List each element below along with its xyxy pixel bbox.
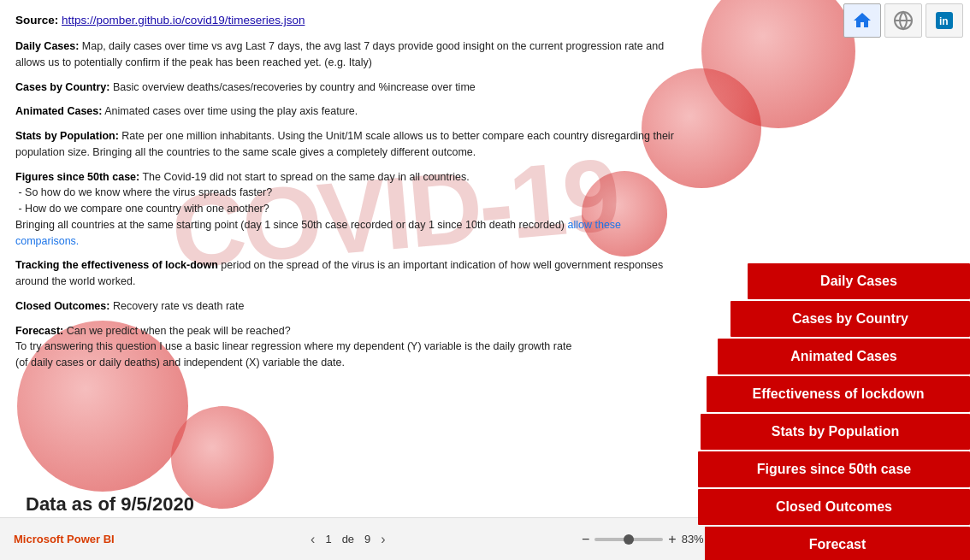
animated-cases-text: Animated cases over time using the play … bbox=[104, 105, 358, 117]
zoom-controls: − + 83% ⊡ bbox=[582, 531, 724, 547]
zoom-slider[interactable] bbox=[594, 538, 663, 541]
figures-50th-button[interactable]: Figures since 50th case bbox=[698, 451, 970, 487]
home-nav-button[interactable] bbox=[843, 3, 881, 38]
stats-population-description: Stats by Population: Rate per one millio… bbox=[15, 128, 686, 161]
daily-cases-description: Daily Cases: Map, daily cases over time … bbox=[15, 38, 686, 71]
closed-outcomes-button[interactable]: Closed Outcomes bbox=[698, 489, 970, 525]
closed-outcomes-text: Recovery rate vs death rate bbox=[113, 300, 245, 312]
forecast-button[interactable]: Forecast bbox=[705, 527, 970, 560]
closed-outcomes-label: Closed Outcomes: bbox=[15, 300, 109, 312]
cases-by-country-label: Cases by Country: bbox=[15, 81, 109, 93]
top-navigation: in bbox=[799, 0, 970, 41]
home-icon bbox=[852, 10, 872, 31]
cases-by-country-description: Cases by Country: Basic overview deaths/… bbox=[15, 80, 686, 96]
stats-population-label: Stats by Population: bbox=[15, 130, 119, 142]
next-page-button[interactable]: › bbox=[381, 532, 385, 547]
svg-text:in: in bbox=[939, 15, 949, 27]
page-total: 9 bbox=[364, 533, 370, 545]
linkedin-nav-button[interactable]: in bbox=[926, 3, 963, 38]
animated-cases-button[interactable]: Animated Cases bbox=[718, 339, 970, 374]
zoom-level: 83% bbox=[682, 533, 704, 545]
power-bi-link[interactable]: Microsoft Power BI bbox=[14, 533, 115, 545]
forecast-label: Forecast: bbox=[15, 325, 63, 337]
stats-population-button[interactable]: Stats by Population bbox=[701, 414, 970, 450]
source-label: Source: bbox=[15, 14, 58, 27]
animated-cases-description: Animated Cases: Animated cases over time… bbox=[15, 103, 686, 120]
forecast-description: Forecast: Can we predict when the peak w… bbox=[15, 323, 686, 371]
forecast-text: Can we predict when the peak will be rea… bbox=[15, 325, 571, 369]
closed-outcomes-description: Closed Outcomes: Recovery rate vs death … bbox=[15, 298, 686, 315]
source-url-link[interactable]: https://pomber.github.io/covid19/timeser… bbox=[62, 14, 305, 27]
zoom-slider-thumb bbox=[624, 534, 634, 545]
page-current: 1 bbox=[325, 533, 331, 545]
globe-nav-button[interactable] bbox=[884, 3, 922, 38]
allow-comparisons-link[interactable]: allow these comparisons. bbox=[15, 219, 621, 247]
page-separator: de bbox=[342, 533, 354, 545]
figures-50th-description: Figures since 50th case: The Covid-19 di… bbox=[15, 169, 686, 250]
daily-cases-label: Daily Cases: bbox=[15, 40, 79, 52]
figures-50th-label: Figures since 50th case: bbox=[15, 171, 139, 183]
prev-page-button[interactable]: ‹ bbox=[311, 532, 315, 547]
cases-by-country-button[interactable]: Cases by Country bbox=[730, 301, 970, 337]
effectiveness-button[interactable]: Effectiveness of lockdown bbox=[707, 376, 970, 412]
cases-by-country-text: Basic overview deaths/cases/recoveries b… bbox=[113, 81, 476, 93]
daily-cases-text: Map, daily cases over time vs avg Last 7… bbox=[15, 40, 664, 68]
daily-cases-button[interactable]: Daily Cases bbox=[748, 263, 970, 299]
data-date-label: Data as of 9/5/2020 bbox=[26, 493, 194, 516]
globe-icon bbox=[893, 10, 914, 31]
tracking-label: Tracking the effectiveness of lock-down bbox=[15, 259, 218, 271]
tracking-lockdown-description: Tracking the effectiveness of lock-down … bbox=[15, 257, 686, 290]
page-navigation: ‹ 1 de 9 › bbox=[311, 532, 386, 547]
source-line: Source: https://pomber.github.io/covid19… bbox=[15, 14, 686, 27]
zoom-minus[interactable]: − bbox=[582, 532, 589, 547]
right-nav-panel: Daily Cases Cases by Country Animated Ca… bbox=[696, 41, 970, 520]
main-content-area: Source: https://pomber.github.io/covid19… bbox=[0, 0, 701, 517]
animated-cases-label: Animated Cases: bbox=[15, 105, 102, 117]
zoom-plus[interactable]: + bbox=[668, 532, 676, 547]
linkedin-icon: in bbox=[934, 10, 955, 31]
